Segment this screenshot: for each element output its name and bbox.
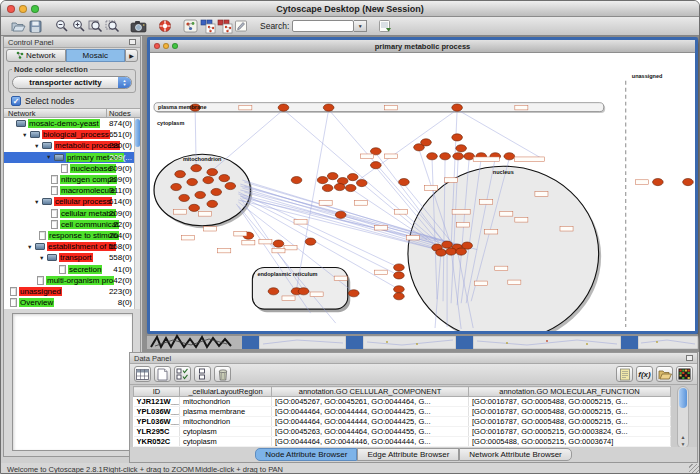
network-node[interactable] xyxy=(348,290,359,297)
table-cell[interactable]: [GO:0016787, GO:0005488, GO:0005215, G..… xyxy=(469,397,671,407)
tree-row[interactable]: nitrogen compo209(0) xyxy=(4,174,140,185)
network-canvas[interactable]: plasma membranecytoplasmmitochondrionnuc… xyxy=(150,53,695,331)
tab-overflow-arrow[interactable]: ▶ xyxy=(125,49,138,62)
close-button[interactable] xyxy=(7,5,15,13)
network-node[interactable] xyxy=(298,288,309,295)
network-node[interactable] xyxy=(187,178,198,185)
scroll-down-arrow[interactable]: ▼ xyxy=(679,441,687,447)
network-node[interactable] xyxy=(191,165,202,172)
tree-row[interactable]: cellular metabo209(0) xyxy=(4,208,140,219)
tab-mosaic[interactable]: Mosaic xyxy=(66,49,126,62)
table-cell[interactable]: [GO:0044464, GO:0044444, GO:0044425, G..… xyxy=(272,407,469,417)
maximize-icon[interactable] xyxy=(172,43,178,49)
table-cell[interactable]: [GO:0016787, GO:0005488, GO:0005215, G..… xyxy=(469,417,671,427)
network-node[interactable] xyxy=(356,179,367,186)
network-node[interactable] xyxy=(334,183,345,190)
network-node[interactable] xyxy=(456,248,467,255)
tree-row[interactable]: unassigned223(0) xyxy=(4,286,140,297)
table-cell[interactable]: mitochondrion xyxy=(180,397,272,407)
minimize-icon[interactable] xyxy=(163,43,169,49)
network-node[interactable] xyxy=(225,182,236,189)
table-cell[interactable]: mitochondrion xyxy=(180,447,272,448)
table-cell[interactable]: plasma membrane xyxy=(180,407,272,417)
network-view-window[interactable]: primary metabolic process plasma membran… xyxy=(147,37,698,334)
import-attributes-button[interactable] xyxy=(656,366,673,382)
float-panel-icon[interactable] xyxy=(129,39,136,45)
network-node[interactable] xyxy=(291,177,302,184)
float-panel-icon[interactable] xyxy=(686,355,693,361)
expand-arrow-icon[interactable]: ▼ xyxy=(34,199,42,205)
network-node[interactable] xyxy=(394,286,405,293)
table-cell[interactable]: [GO:0016787, GO:0005488, GO:0005215, G..… xyxy=(469,447,671,448)
expand-arrow-icon[interactable]: ▼ xyxy=(22,132,30,138)
select-attributes-button[interactable] xyxy=(174,366,191,382)
network-node[interactable] xyxy=(436,249,447,256)
network-node[interactable] xyxy=(207,169,218,176)
tree-row[interactable]: ▼transport558(0) xyxy=(4,252,140,263)
expand-arrow-icon[interactable]: ▼ xyxy=(39,255,47,261)
tree-row[interactable]: secretion41(0) xyxy=(4,263,140,274)
snapshot-camera-button[interactable] xyxy=(130,18,147,34)
network-node[interactable] xyxy=(440,153,451,160)
network-node[interactable] xyxy=(394,272,405,279)
network-node[interactable] xyxy=(394,264,405,271)
network-node[interactable] xyxy=(347,174,358,181)
table-scroll-thumb[interactable] xyxy=(679,388,687,408)
table-cell[interactable]: [GO:0044464, GO:0044444, GO:0044425, G..… xyxy=(272,417,469,427)
tree-row[interactable]: ▼cellular process614(0) xyxy=(4,196,140,207)
network-node[interactable] xyxy=(683,178,694,185)
layout-blue-button[interactable] xyxy=(199,18,216,34)
tree-scrollbar[interactable] xyxy=(134,118,140,309)
tree-row[interactable]: ▼metabolic process280(0) xyxy=(4,140,140,151)
tree-row[interactable]: cell communicat22(0) xyxy=(4,219,140,230)
search-input[interactable] xyxy=(292,20,354,32)
network-node[interactable] xyxy=(452,134,463,141)
tree-row[interactable]: macromolecule311(0) xyxy=(4,185,140,196)
network-node[interactable] xyxy=(322,184,333,191)
zoom-out-button[interactable] xyxy=(53,18,70,34)
column-header[interactable]: annotation.GO MOLECULAR_FUNCTION xyxy=(469,387,671,397)
network-node[interactable] xyxy=(171,183,182,190)
table-row[interactable]: YJR121W__1mitochondrion[GO:0045267, GO:0… xyxy=(134,397,671,407)
network-node[interactable] xyxy=(211,188,222,195)
network-node[interactable] xyxy=(273,240,284,247)
close-icon[interactable] xyxy=(154,43,160,49)
birds-eye-view[interactable] xyxy=(12,313,133,451)
table-row[interactable]: YDR039C__1mitochondrion[GO:0044464, GO:0… xyxy=(134,447,671,448)
open-session-button[interactable] xyxy=(10,18,27,34)
network-node[interactable] xyxy=(345,184,356,191)
tree-row[interactable]: mosaic-demo-yeast874(0) xyxy=(4,118,140,129)
network-node[interactable] xyxy=(219,175,230,182)
table-cell[interactable]: YPL036W__2 xyxy=(134,407,180,417)
layout-red-button[interactable] xyxy=(216,18,233,34)
node-color-dropdown[interactable]: transporter activity ▲▼ xyxy=(12,76,132,89)
table-cell[interactable]: cytoplasm xyxy=(180,437,272,447)
attribute-table-button[interactable] xyxy=(134,366,151,382)
network-node[interactable] xyxy=(453,153,464,160)
expand-arrow-icon[interactable]: ▼ xyxy=(27,244,35,250)
network-node[interactable] xyxy=(446,248,457,255)
tree-row[interactable]: nucleobase-209(0) xyxy=(4,163,140,174)
minimize-button[interactable] xyxy=(19,5,27,13)
network-node[interactable] xyxy=(327,173,338,180)
table-cell[interactable]: YDR039C__1 xyxy=(134,447,180,448)
search-index-button[interactable] xyxy=(376,18,393,34)
network-node[interactable] xyxy=(278,104,289,111)
tab-network-attribute-browser[interactable]: Network Attribute Browser xyxy=(459,448,571,461)
table-row[interactable]: YPL036W__1mitochondrion[GO:0044464, GO:0… xyxy=(134,417,671,427)
tree-row[interactable]: response to stimulu264(0) xyxy=(4,230,140,241)
tree-scroll-thumb[interactable] xyxy=(135,119,140,147)
resize-grip[interactable] xyxy=(689,464,700,474)
matrix-heatmap-button[interactable] xyxy=(676,366,693,382)
network-node[interactable] xyxy=(323,104,334,111)
network-node[interactable] xyxy=(305,238,316,245)
network-node[interactable] xyxy=(394,293,405,300)
function-builder-button[interactable]: f(x) xyxy=(636,366,653,382)
tree-row[interactable]: multi-organism pro42(0) xyxy=(4,275,140,286)
zoom-in-button[interactable] xyxy=(70,18,87,34)
tab-node-attribute-browser[interactable]: Node Attribute Browser xyxy=(255,448,357,461)
network-overview-button[interactable] xyxy=(182,18,199,34)
tree-row[interactable]: ▼biological_process651(0) xyxy=(4,129,140,140)
table-cell[interactable]: [GO:0005488, GO:0005215, GO:0003674] xyxy=(469,437,671,447)
tree-row[interactable]: ▼primary metabo209(... xyxy=(4,152,140,163)
